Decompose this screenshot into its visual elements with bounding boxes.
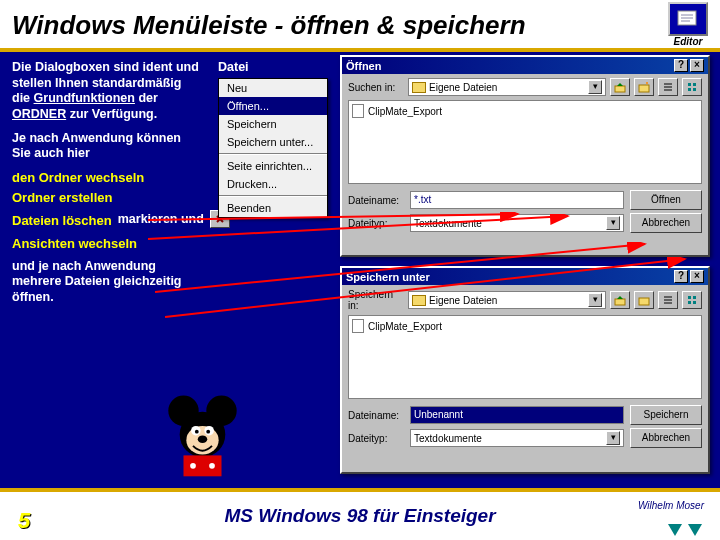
nav-down-icon[interactable] (688, 524, 702, 536)
chevron-down-icon[interactable]: ▾ (588, 293, 602, 307)
menu-item-drucken[interactable]: Drucken... (219, 175, 327, 193)
folder-icon (412, 82, 426, 93)
svg-rect-3 (688, 83, 691, 86)
editor-shortcut-icon[interactable]: Editor (668, 2, 708, 47)
svg-rect-9 (688, 296, 691, 299)
cancel-button[interactable]: Abbrechen (630, 428, 702, 448)
nav-arrows[interactable] (668, 524, 702, 536)
svg-point-28 (209, 463, 215, 469)
svg-rect-11 (688, 301, 691, 304)
menu-item-neu[interactable]: Neu (219, 79, 327, 97)
menu-item-oeffnen[interactable]: Öffnen... (219, 97, 327, 115)
svg-rect-4 (693, 83, 696, 86)
menu-item-speichern-unter[interactable]: Speichern unter... (219, 133, 327, 151)
file-listing[interactable]: ClipMate_Export (348, 100, 702, 184)
up-one-level-icon[interactable] (610, 78, 630, 96)
cancel-button[interactable]: Abbrechen (630, 213, 702, 233)
action-delete-files: Dateien löschen (12, 213, 112, 228)
svg-point-27 (190, 463, 196, 469)
paragraph-2: Je nach Anwendung können Sie auch hier (12, 131, 202, 162)
menu-separator (219, 153, 327, 155)
notepad-icon (668, 2, 708, 36)
filetype-label: Dateityp: (348, 433, 404, 444)
new-folder-icon[interactable] (634, 291, 654, 309)
svg-point-25 (198, 435, 208, 443)
details-view-icon[interactable] (682, 78, 702, 96)
svg-rect-6 (693, 88, 696, 91)
nav-down-icon[interactable] (668, 524, 682, 536)
svg-rect-26 (184, 455, 222, 476)
open-button[interactable]: Öffnen (630, 190, 702, 210)
new-folder-icon[interactable] (634, 78, 654, 96)
save-in-combo[interactable]: Eigene Dateien ▾ (408, 291, 606, 309)
look-in-combo[interactable]: Eigene Dateien ▾ (408, 78, 606, 96)
filename-label: Dateiname: (348, 410, 404, 421)
list-view-icon[interactable] (658, 78, 678, 96)
document-icon (352, 104, 364, 118)
svg-rect-1 (615, 86, 625, 92)
chevron-down-icon[interactable]: ▾ (606, 431, 620, 445)
save-dialog: Speichern unter ? × Speichern in: Eigene… (340, 266, 710, 474)
close-icon[interactable]: × (690, 270, 704, 283)
list-view-icon[interactable] (658, 291, 678, 309)
title-text: Windows Menüleiste - öffnen & speichern (12, 10, 526, 40)
filetype-label: Dateityp: (348, 218, 404, 229)
page-number: 5 (18, 508, 30, 534)
file-menu-dropdown[interactable]: Neu Öffnen... Speichern Speichern unter.… (218, 78, 328, 218)
filetype-combo[interactable]: Textdokumente ▾ (410, 429, 624, 447)
document-icon (352, 319, 364, 333)
svg-rect-8 (639, 298, 649, 305)
svg-rect-7 (615, 299, 625, 305)
markieren-und: markieren und (118, 212, 204, 226)
filename-label: Dateiname: (348, 195, 404, 206)
menu-separator (219, 195, 327, 197)
svg-rect-10 (693, 296, 696, 299)
mickey-mouse-image (155, 387, 250, 482)
svg-rect-5 (688, 88, 691, 91)
save-in-label: Speichern in: (348, 289, 404, 311)
list-item[interactable]: ClipMate_Export (352, 104, 698, 118)
open-dialog-title: Öffnen (346, 60, 381, 72)
look-in-label: Suchen in: (348, 82, 404, 93)
details-view-icon[interactable] (682, 291, 702, 309)
up-one-level-icon[interactable] (610, 291, 630, 309)
menu-item-speichern[interactable]: Speichern (219, 115, 327, 133)
filetype-combo[interactable]: Textdokumente ▾ (410, 214, 624, 232)
file-listing[interactable]: ClipMate_Export (348, 315, 702, 399)
chevron-down-icon[interactable]: ▾ (588, 80, 602, 94)
help-icon[interactable]: ? (674, 59, 688, 72)
close-icon[interactable]: × (690, 59, 704, 72)
folder-icon (412, 295, 426, 306)
menu-item-seite[interactable]: Seite einrichten... (219, 157, 327, 175)
paragraph-1: Die Dialogboxen sind ident und stellen I… (12, 60, 202, 123)
filename-input[interactable]: *.txt (410, 191, 624, 209)
svg-point-23 (195, 430, 199, 434)
list-item[interactable]: ClipMate_Export (352, 319, 698, 333)
chevron-down-icon[interactable]: ▾ (606, 216, 620, 230)
svg-rect-2 (639, 85, 649, 92)
editor-label: Editor (668, 36, 708, 47)
save-button[interactable]: Speichern (630, 405, 702, 425)
slide-title: Windows Menüleiste - öffnen & speichern … (0, 0, 720, 52)
footer-author: Wilhelm Moser (638, 500, 704, 511)
menu-file-label: Datei (218, 60, 249, 74)
paragraph-3: und je nach Anwendung mehrere Dateien gl… (12, 259, 202, 306)
open-dialog: Öffnen ? × Suchen in: Eigene Dateien ▾ C… (340, 55, 710, 257)
menu-item-beenden[interactable]: Beenden (219, 199, 327, 217)
svg-rect-12 (693, 301, 696, 304)
save-dialog-title: Speichern unter (346, 271, 430, 283)
svg-point-24 (206, 430, 210, 434)
help-icon[interactable]: ? (674, 270, 688, 283)
footer-title: MS Windows 98 für Einsteiger (224, 505, 495, 527)
filename-input[interactable]: Unbenannt (410, 406, 624, 424)
